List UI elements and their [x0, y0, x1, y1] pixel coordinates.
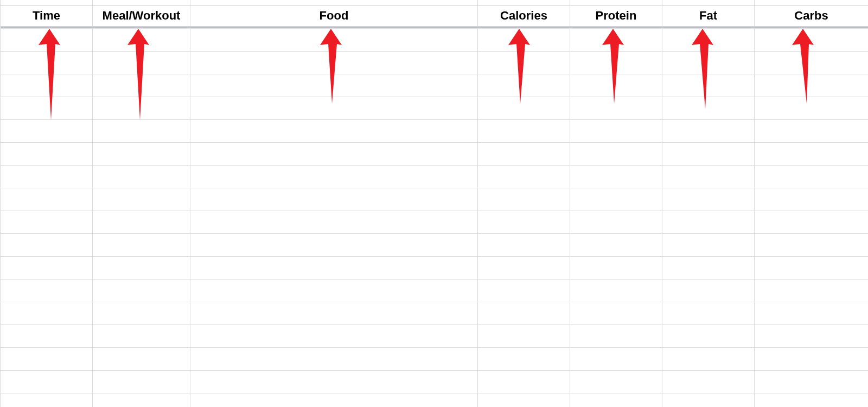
cell[interactable] [1, 188, 93, 211]
table-row[interactable] [1, 28, 869, 51]
table-row[interactable] [1, 142, 869, 165]
cell[interactable] [755, 74, 869, 97]
table-row[interactable] [1, 233, 869, 256]
cell[interactable] [755, 325, 869, 347]
header-meal[interactable]: Meal/Workout [93, 5, 190, 26]
cell[interactable] [755, 211, 869, 233]
header-fat[interactable]: Fat [662, 5, 755, 26]
cell[interactable] [662, 279, 755, 302]
table-row[interactable] [1, 370, 869, 393]
cell[interactable] [478, 142, 570, 165]
cell[interactable] [662, 28, 755, 51]
cell[interactable] [1, 325, 93, 347]
cell[interactable] [570, 370, 662, 393]
cell[interactable] [1, 347, 93, 370]
cell[interactable] [755, 119, 869, 142]
cell[interactable] [755, 28, 869, 51]
cell[interactable] [1, 211, 93, 233]
cell[interactable] [1, 256, 93, 279]
cell[interactable] [570, 188, 662, 211]
cell[interactable] [190, 302, 478, 325]
cell[interactable] [570, 74, 662, 97]
cell[interactable] [190, 165, 478, 188]
cell[interactable] [570, 347, 662, 370]
table-row[interactable] [1, 347, 869, 370]
cell[interactable] [1, 142, 93, 165]
cell[interactable] [190, 211, 478, 233]
cell[interactable] [662, 51, 755, 74]
cell[interactable] [478, 325, 570, 347]
cell[interactable] [1, 302, 93, 325]
cell[interactable] [478, 370, 570, 393]
table-row[interactable] [1, 325, 869, 347]
cell[interactable] [755, 51, 869, 74]
cell[interactable] [93, 211, 190, 233]
cell[interactable] [93, 142, 190, 165]
cell[interactable] [1, 51, 93, 74]
cell[interactable] [662, 302, 755, 325]
cell[interactable] [478, 51, 570, 74]
cell[interactable] [755, 233, 869, 256]
cell[interactable] [570, 393, 662, 407]
cell[interactable] [478, 119, 570, 142]
cell[interactable] [570, 142, 662, 165]
cell[interactable] [478, 347, 570, 370]
table-row[interactable] [1, 188, 869, 211]
cell[interactable] [570, 279, 662, 302]
cell[interactable] [93, 165, 190, 188]
cell[interactable] [662, 393, 755, 407]
cell[interactable] [1, 119, 93, 142]
cell[interactable] [1, 28, 93, 51]
cell[interactable] [478, 165, 570, 188]
cell[interactable] [93, 347, 190, 370]
cell[interactable] [93, 188, 190, 211]
table-row[interactable] [1, 74, 869, 97]
table-row[interactable] [1, 97, 869, 119]
cell[interactable] [478, 279, 570, 302]
cell[interactable] [478, 393, 570, 407]
cell[interactable] [755, 393, 869, 407]
spreadsheet-grid[interactable]: Time Meal/Workout Food Calories Protein … [0, 0, 868, 407]
cell[interactable] [190, 74, 478, 97]
cell[interactable] [93, 74, 190, 97]
cell[interactable] [755, 256, 869, 279]
cell[interactable] [755, 97, 869, 119]
cell[interactable] [93, 51, 190, 74]
cell[interactable] [755, 347, 869, 370]
cell[interactable] [478, 302, 570, 325]
cell[interactable] [190, 28, 478, 51]
cell[interactable] [190, 97, 478, 119]
cell[interactable] [662, 325, 755, 347]
cell[interactable] [478, 211, 570, 233]
table-row[interactable] [1, 119, 869, 142]
cell[interactable] [1, 393, 93, 407]
cell[interactable] [190, 279, 478, 302]
cell[interactable] [1, 370, 93, 393]
cell[interactable] [570, 256, 662, 279]
cell[interactable] [478, 74, 570, 97]
table-row[interactable] [1, 256, 869, 279]
cell[interactable] [1, 97, 93, 119]
cell[interactable] [478, 28, 570, 51]
header-protein[interactable]: Protein [570, 5, 662, 26]
cell[interactable] [190, 370, 478, 393]
cell[interactable] [190, 142, 478, 165]
cell[interactable] [93, 302, 190, 325]
cell[interactable] [190, 393, 478, 407]
cell[interactable] [662, 370, 755, 393]
cell[interactable] [662, 188, 755, 211]
cell[interactable] [755, 302, 869, 325]
cell[interactable] [190, 51, 478, 74]
cell[interactable] [755, 165, 869, 188]
cell[interactable] [93, 325, 190, 347]
cell[interactable] [570, 97, 662, 119]
cell[interactable] [478, 256, 570, 279]
cell[interactable] [662, 211, 755, 233]
header-carbs[interactable]: Carbs [755, 5, 869, 26]
cell[interactable] [755, 370, 869, 393]
header-time[interactable]: Time [1, 5, 93, 26]
cell[interactable] [570, 165, 662, 188]
table-row[interactable] [1, 302, 869, 325]
header-food[interactable]: Food [190, 5, 478, 26]
cell[interactable] [1, 74, 93, 97]
